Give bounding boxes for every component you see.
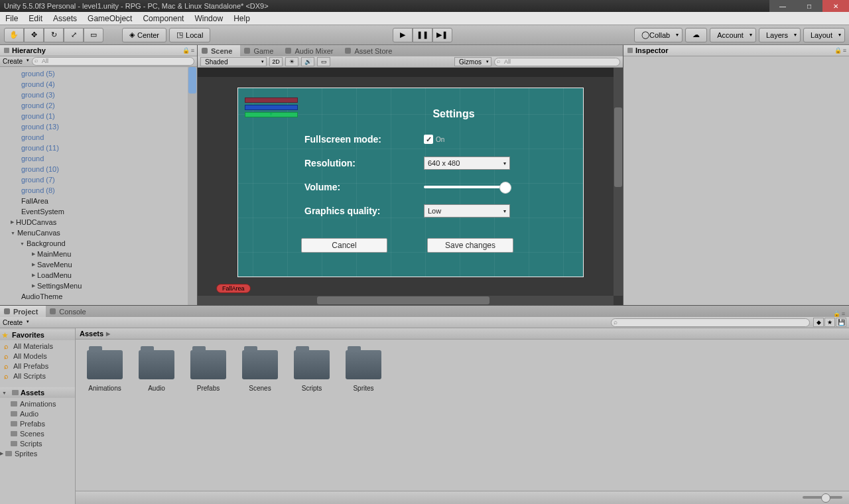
account-dropdown[interactable]: Account	[710, 28, 756, 42]
2d-toggle-button[interactable]: 2D	[269, 57, 283, 66]
play-button[interactable]: ▶	[393, 28, 413, 42]
tab-scene[interactable]: Scene	[198, 45, 240, 56]
asset-tree-item[interactable]: Scenes	[0, 428, 75, 438]
rect-tool-button[interactable]: ▭	[84, 28, 103, 42]
hierarchy-item[interactable]: ground (3)	[0, 90, 197, 100]
scene-scrollbar-horizontal[interactable]	[198, 296, 614, 305]
menu-gameobject[interactable]: GameObject	[88, 14, 132, 23]
favorite-item[interactable]: All Materials	[0, 341, 75, 351]
menu-assets[interactable]: Assets	[53, 14, 77, 23]
project-create-dropdown[interactable]: Create	[3, 319, 29, 326]
hierarchy-item[interactable]: FallArea	[0, 196, 197, 206]
volume-slider[interactable]	[424, 186, 510, 188]
hierarchy-item[interactable]: ▶SaveMenu	[0, 259, 197, 270]
asset-tree-item[interactable]: Animations	[0, 399, 75, 409]
hierarchy-search-input[interactable]: All	[32, 57, 194, 66]
menu-component[interactable]: Component	[143, 14, 184, 23]
panel-menu-icon[interactable]: ≡	[191, 47, 194, 54]
asset-tree-item[interactable]: ▶Sprites	[0, 448, 75, 458]
hierarchy-item[interactable]: ▼MenuCanvas	[0, 227, 197, 238]
project-tree[interactable]: Favorites All MaterialsAll ModelsAll Pre…	[0, 328, 76, 504]
graphics-dropdown[interactable]: Low	[424, 204, 510, 218]
inspector-tab[interactable]: Inspector 🔒≡	[623, 45, 849, 56]
hierarchy-item[interactable]: EventSystem	[0, 206, 197, 217]
audio-toggle-button[interactable]: 🔊	[301, 57, 314, 66]
hierarchy-item[interactable]: AudioTheme	[0, 291, 197, 302]
folder-item[interactable]: Audio	[138, 350, 175, 392]
folder-item[interactable]: Animations	[86, 350, 123, 392]
save-changes-button[interactable]: Save changes	[427, 238, 513, 253]
scale-tool-button[interactable]: ⤢	[64, 28, 84, 42]
assets-header[interactable]: Assets	[0, 387, 75, 398]
folder-item[interactable]: Sprites	[345, 350, 382, 392]
cloud-button[interactable]: ☁	[685, 28, 707, 42]
folder-item[interactable]: Prefabs	[190, 350, 227, 392]
rotate-tool-button[interactable]: ↻	[44, 28, 64, 42]
shading-mode-dropdown[interactable]: Shaded	[200, 57, 267, 66]
hierarchy-item[interactable]: ▶HUDCanvas	[0, 217, 197, 227]
scene-scrollbar-vertical[interactable]	[614, 68, 623, 296]
menu-edit[interactable]: Edit	[29, 14, 42, 23]
fx-toggle-button[interactable]: ▭	[317, 57, 330, 66]
hierarchy-create-dropdown[interactable]: Create	[3, 58, 29, 65]
thumbnail-size-slider[interactable]	[803, 496, 842, 499]
hierarchy-item[interactable]: ▼Background	[0, 238, 197, 249]
hierarchy-item[interactable]: ground (7)	[0, 174, 197, 185]
tab-game[interactable]: Game	[240, 45, 281, 56]
tab-console[interactable]: Console	[46, 306, 94, 317]
pause-button[interactable]: ❚❚	[413, 28, 432, 42]
pivot-center-button[interactable]: ◈ Center	[122, 28, 166, 42]
hierarchy-item[interactable]: ▶LoadMenu	[0, 270, 197, 281]
step-button[interactable]: ▶❚	[432, 28, 452, 42]
asset-tree-item[interactable]: Audio	[0, 409, 75, 418]
hierarchy-item[interactable]: ground (4)	[0, 79, 197, 90]
move-tool-button[interactable]: ✥	[24, 28, 44, 42]
layout-dropdown[interactable]: Layout	[803, 28, 845, 42]
cancel-button[interactable]: Cancel	[301, 238, 387, 253]
hierarchy-item[interactable]: ground (2)	[0, 100, 197, 111]
fallarea-gizmo[interactable]: FallArea	[216, 284, 251, 293]
resolution-dropdown[interactable]: 640 x 480	[424, 157, 510, 170]
tab-project[interactable]: Project	[0, 306, 46, 317]
hierarchy-item[interactable]: ground (10)	[0, 164, 197, 174]
favorite-item[interactable]: All Prefabs	[0, 361, 75, 371]
hand-tool-button[interactable]: ✋	[4, 28, 24, 42]
favorite-item[interactable]: All Models	[0, 351, 75, 361]
favorite-item[interactable]: All Scripts	[0, 371, 75, 381]
favorites-header[interactable]: Favorites	[0, 330, 75, 340]
hierarchy-item[interactable]: ground (11)	[0, 143, 197, 153]
asset-tree-item[interactable]: Prefabs	[0, 418, 75, 428]
menu-window[interactable]: Window	[194, 14, 223, 23]
hierarchy-item[interactable]: ▶SettingsMenu	[0, 281, 197, 291]
folder-item[interactable]: Scripts	[293, 350, 330, 392]
inspector-menu-icon[interactable]: ≡	[843, 47, 846, 54]
scene-viewport[interactable]: Settings Fullscreen mode: ✓ On Resolutio…	[198, 68, 623, 305]
lighting-toggle-button[interactable]: ☀	[285, 57, 298, 66]
project-breadcrumb[interactable]: Assets▶	[76, 328, 849, 340]
menu-file[interactable]: File	[5, 14, 18, 23]
hierarchy-tree[interactable]: ground (5)ground (4)ground (3)ground (2)…	[0, 67, 197, 305]
hierarchy-scrollbar[interactable]	[188, 67, 197, 305]
folder-item[interactable]: Scenes	[241, 350, 279, 392]
fullscreen-checkbox[interactable]: ✓	[424, 135, 433, 144]
search-by-label-button[interactable]: ★	[824, 318, 835, 327]
hierarchy-item[interactable]: ground (8)	[0, 185, 197, 196]
project-folder-grid[interactable]: AnimationsAudioPrefabsScenesScriptsSprit…	[76, 340, 849, 491]
hierarchy-item[interactable]: ground	[0, 132, 197, 143]
hierarchy-item[interactable]: ground	[0, 153, 197, 164]
tab-asset-store[interactable]: Asset Store	[341, 45, 400, 56]
hierarchy-item[interactable]: ground (13)	[0, 121, 197, 132]
hierarchy-item[interactable]: ▶MainMenu	[0, 249, 197, 259]
menu-help[interactable]: Help	[233, 14, 250, 23]
tab-audio-mixer[interactable]: Audio Mixer	[281, 45, 341, 56]
window-close-button[interactable]: ✕	[822, 0, 849, 12]
hierarchy-tab[interactable]: Hierarchy 🔒≡	[0, 45, 197, 56]
save-search-button[interactable]: 💾	[836, 318, 846, 327]
scene-search-input[interactable]: All	[494, 58, 620, 66]
asset-tree-item[interactable]: Scripts	[0, 438, 75, 448]
hierarchy-item[interactable]: ground (1)	[0, 111, 197, 121]
pivot-local-button[interactable]: ◳ Local	[169, 28, 210, 42]
collab-dropdown[interactable]: ◯ Collab	[634, 28, 683, 42]
window-minimize-button[interactable]: —	[769, 0, 796, 12]
hierarchy-item[interactable]: ground (5)	[0, 68, 197, 79]
